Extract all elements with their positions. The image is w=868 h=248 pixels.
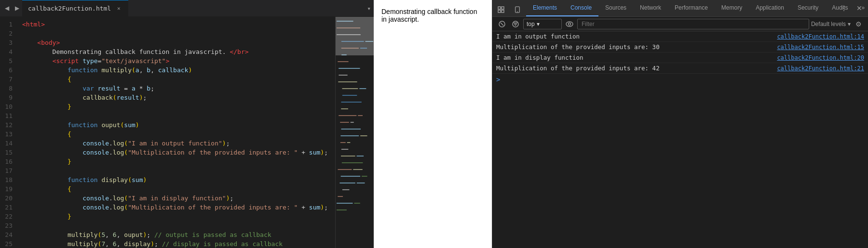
svg-rect-3 xyxy=(502,10,504,13)
svg-point-13 xyxy=(569,23,571,25)
default-levels-arrow: ▾ xyxy=(848,21,851,27)
console-prompt: > xyxy=(492,74,868,85)
editor-tab[interactable]: callback2Function.html ✕ xyxy=(22,0,128,17)
editor-panel: ◀ ▶ callback2Function.html ✕ ▾ 123456789… xyxy=(0,0,374,248)
context-selector[interactable]: top ▾ xyxy=(523,19,562,29)
console-row-text: I am in output function xyxy=(496,33,580,40)
console-row: Multiplication of the provided inputs ar… xyxy=(492,63,868,74)
tab-close-button[interactable]: ✕ xyxy=(115,5,122,13)
console-toolbar: top ▾ Default levels ▾ ⚙ xyxy=(492,17,868,31)
tab-elements[interactable]: Elements xyxy=(526,0,564,16)
context-dropdown-arrow: ▾ xyxy=(537,21,540,27)
tab-bar: ◀ ▶ callback2Function.html ✕ ▾ xyxy=(0,0,374,17)
svg-point-5 xyxy=(517,12,518,13)
console-row-text: Multiplication of the provided inputs ar… xyxy=(496,43,660,51)
code-area: 1234567891011121314151617181920212223242… xyxy=(0,17,374,248)
tab-application[interactable]: Application xyxy=(749,0,791,16)
console-row-link[interactable]: callback2Function.html:15 xyxy=(777,44,864,51)
tab-nav-forward[interactable]: ▶ xyxy=(12,0,22,17)
console-row-text: Multiplication of the provided inputs ar… xyxy=(496,65,660,72)
tab-console[interactable]: Console xyxy=(564,0,598,16)
tab-performance[interactable]: Performance xyxy=(668,0,715,16)
devtools-icon-group xyxy=(494,3,524,16)
console-row: I am in output functioncallback2Function… xyxy=(492,31,868,42)
console-row: I am in display functioncallback2Functio… xyxy=(492,52,868,63)
tab-sources[interactable]: Sources xyxy=(598,0,633,16)
default-levels-btn[interactable]: Default levels ▾ xyxy=(811,21,851,27)
svg-rect-0 xyxy=(498,7,501,9)
browser-preview: Demonstrating callback function in javas… xyxy=(374,0,492,248)
devtools-right-controls: ⋮ ✕ xyxy=(837,1,866,15)
console-row-link[interactable]: callback2Function.html:14 xyxy=(777,33,864,40)
tab-nav-back[interactable]: ◀ xyxy=(2,0,12,17)
console-row: Multiplication of the provided inputs ar… xyxy=(492,42,868,52)
browser-preview-panel: Demonstrating callback function in javas… xyxy=(374,0,492,248)
svg-rect-1 xyxy=(502,7,504,9)
console-row-link[interactable]: callback2Function.html:21 xyxy=(777,65,864,72)
preview-text: Demonstrating callback function in javas… xyxy=(381,8,477,23)
devtools-close-btn[interactable]: ✕ xyxy=(853,1,866,15)
console-settings-btn[interactable]: ⚙ xyxy=(853,18,864,30)
default-levels-label: Default levels xyxy=(811,21,846,27)
console-row-text: I am in display function xyxy=(496,54,583,61)
devtools-tab-bar: Elements Console Sources Network Perform… xyxy=(492,0,868,17)
svg-line-7 xyxy=(501,23,503,26)
tab-memory[interactable]: Memory xyxy=(715,0,749,16)
prompt-arrow: > xyxy=(496,76,500,83)
context-label: top xyxy=(527,21,535,27)
filter-toggle-btn[interactable] xyxy=(510,18,521,30)
clear-console-btn[interactable] xyxy=(496,18,508,30)
tab-network[interactable]: Network xyxy=(633,0,668,16)
mobile-device-btn[interactable] xyxy=(511,3,524,16)
console-output: I am in output functioncallback2Function… xyxy=(492,31,868,248)
tab-filename: callback2Function.html xyxy=(28,5,111,12)
devtools-more-options[interactable]: ⋮ xyxy=(837,1,851,15)
tab-scroll-indicator[interactable]: ▾ xyxy=(367,5,371,12)
code-content[interactable]: <html> <body> Demonstrating callback fun… xyxy=(17,17,335,248)
devtools-panel: Elements Console Sources Network Perform… xyxy=(492,0,868,248)
filter-input[interactable] xyxy=(577,19,809,29)
inspect-element-btn[interactable] xyxy=(494,3,508,16)
minimap xyxy=(335,17,374,248)
tab-security[interactable]: Security xyxy=(791,0,825,16)
line-numbers: 1234567891011121314151617181920212223242… xyxy=(0,17,17,248)
eye-icon-btn[interactable] xyxy=(564,18,575,30)
svg-rect-2 xyxy=(498,10,501,13)
svg-point-12 xyxy=(566,22,573,26)
console-row-link[interactable]: callback2Function.html:20 xyxy=(777,54,864,61)
